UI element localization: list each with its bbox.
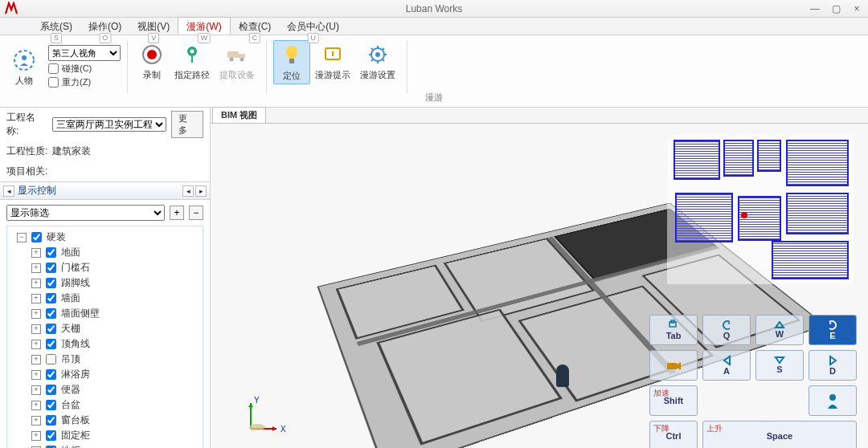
tree-toggle-icon[interactable]: + [31, 248, 41, 258]
key-e[interactable]: E [809, 315, 857, 345]
tab-bim-view[interactable]: BIM 视图 [212, 107, 266, 123]
close-button[interactable]: × [850, 3, 863, 14]
tree-root-checkbox[interactable] [31, 232, 42, 242]
tree-item[interactable]: +便器 [7, 382, 203, 397]
key-s[interactable]: S [755, 350, 804, 381]
tree-toggle-icon[interactable]: + [31, 355, 41, 365]
tree-item-checkbox[interactable] [46, 430, 56, 441]
tree-item[interactable]: +顶角线 [7, 336, 203, 352]
tree-root[interactable]: − 硬装 [7, 230, 203, 245]
tree-toggle-icon[interactable]: + [31, 279, 41, 288]
tree-toggle-icon[interactable]: + [31, 294, 41, 303]
menu-member[interactable]: 会员中心(U)U [279, 18, 347, 35]
tree-item-checkbox[interactable] [46, 308, 56, 319]
panel-next-button[interactable]: ▸ [195, 185, 207, 197]
tree-toggle-icon[interactable]: + [31, 263, 41, 273]
tree-item[interactable]: +淋浴房 [7, 367, 203, 382]
tree-item[interactable]: +门槛石 [7, 260, 203, 275]
locate-button[interactable]: 定位 [273, 40, 310, 84]
menu-view[interactable]: 视图(V)V [129, 18, 178, 35]
key-shift[interactable]: 加速Shift [649, 385, 698, 416]
menu-roam[interactable]: 漫游(W)W [178, 17, 230, 35]
tree-view[interactable]: − 硬装 +地面+门槛石+踢脚线+墙面+墙面侧壁+天棚+顶角线+吊顶+淋浴房+便… [6, 226, 203, 448]
person-button[interactable]: 人物 [6, 46, 42, 88]
svg-point-14 [249, 424, 265, 430]
view-select[interactable]: 第三人视角 [48, 45, 121, 61]
tree-item[interactable]: +地面 [7, 245, 203, 260]
tree-item-checkbox[interactable] [46, 354, 56, 365]
tree-toggle-icon[interactable]: + [31, 385, 41, 395]
tree-item-checkbox[interactable] [46, 324, 56, 334]
record-button[interactable]: 录制 [134, 40, 170, 83]
tree-toggle-icon[interactable]: + [31, 340, 41, 349]
roam-settings-button[interactable]: 漫游设置 [355, 40, 400, 83]
maximize-button[interactable]: ▢ [829, 3, 842, 14]
key-ctrl[interactable]: 下降Ctrl [649, 421, 698, 448]
tree-toggle-icon[interactable]: + [31, 309, 41, 319]
ribbon-group-label: 漫游 [0, 92, 868, 104]
window-controls: — ▢ × [809, 3, 863, 14]
tree-toggle-icon[interactable]: + [31, 431, 41, 441]
menu-check[interactable]: 检查(C)C [231, 18, 280, 35]
tree-item-checkbox[interactable] [46, 339, 56, 349]
project-name-select[interactable]: 三室两厅两卫实例工程 [52, 117, 166, 132]
roam-hint-button[interactable]: 漫游提示 [310, 40, 355, 83]
tree-toggle-icon[interactable]: + [31, 370, 41, 380]
panel-title-label: 显示控制 [18, 184, 56, 198]
tree-item-checkbox[interactable] [46, 278, 56, 288]
tree-item[interactable]: +天棚 [7, 321, 203, 336]
tree-item[interactable]: +窗台板 [7, 413, 203, 428]
tree-item[interactable]: +吊顶 [7, 352, 203, 367]
key-a[interactable]: A [702, 350, 751, 381]
filter-row: 显示筛选 + − [0, 200, 210, 226]
tree-item-checkbox[interactable] [46, 247, 56, 258]
svg-point-4 [190, 50, 194, 54]
tree-item[interactable]: +踢脚线 [7, 275, 203, 291]
extract-button[interactable]: 提取设备 [215, 40, 260, 83]
tree-item[interactable]: +固定柜 [7, 428, 203, 443]
tree-item[interactable]: +墙面侧壁 [7, 306, 203, 321]
key-q[interactable]: Q [702, 315, 751, 345]
svg-point-8 [240, 58, 244, 62]
project-related-label: 项目相关: [6, 165, 47, 178]
menu-system[interactable]: 系统(S)S [32, 18, 80, 35]
project-related-row: 项目相关: [0, 161, 210, 181]
tree-item-checkbox[interactable] [46, 369, 56, 380]
record-icon [139, 42, 165, 67]
filter-select[interactable]: 显示筛选 [6, 205, 165, 221]
tree-toggle-icon[interactable]: + [31, 324, 41, 334]
key-person-icon[interactable] [809, 385, 857, 416]
key-camera[interactable] [649, 350, 698, 381]
tree-item-checkbox[interactable] [46, 263, 56, 273]
tree-toggle-icon[interactable]: − [17, 233, 27, 242]
add-filter-button[interactable]: + [170, 206, 184, 220]
gravity-checkbox[interactable]: 重力(Z) [48, 76, 121, 88]
key-tab[interactable]: Tab [649, 315, 698, 345]
remove-filter-button[interactable]: − [189, 206, 203, 220]
tree-item-checkbox[interactable] [46, 293, 56, 303]
key-d[interactable]: D [809, 350, 857, 381]
key-w[interactable]: W [755, 315, 804, 345]
tree-item-checkbox[interactable] [46, 415, 56, 426]
minimize-button[interactable]: — [809, 3, 821, 14]
path-button[interactable]: 指定路径 [170, 40, 215, 83]
menu-operate[interactable]: 操作(O)O [80, 18, 129, 35]
tree-item-checkbox[interactable] [46, 400, 56, 410]
tree-toggle-icon[interactable]: + [31, 416, 41, 426]
panel-prev-button[interactable]: ◂ [182, 185, 194, 197]
tree-toggle-icon[interactable]: + [31, 401, 41, 410]
tree-item[interactable]: +台盆 [7, 397, 203, 413]
minimap[interactable] [667, 135, 854, 284]
collision-checkbox[interactable]: 碰撞(C) [48, 63, 121, 75]
tree-item-checkbox[interactable] [46, 385, 56, 395]
project-type-label: 工程性质: [6, 145, 47, 158]
tree-item[interactable]: +墙面 [7, 291, 203, 306]
avatar [556, 365, 569, 387]
more-button[interactable]: 更多 [171, 111, 203, 138]
svg-rect-19 [667, 363, 677, 369]
panel-title-bar: ◂ 显示控制 ◂ ▸ [0, 181, 210, 200]
3d-viewport[interactable]: X Y Tab Q W E A [211, 124, 868, 448]
panel-collapse-icon[interactable]: ◂ [3, 185, 14, 197]
key-space[interactable]: 上升Space [702, 421, 857, 448]
tree-item[interactable]: +地柜 [7, 443, 203, 448]
